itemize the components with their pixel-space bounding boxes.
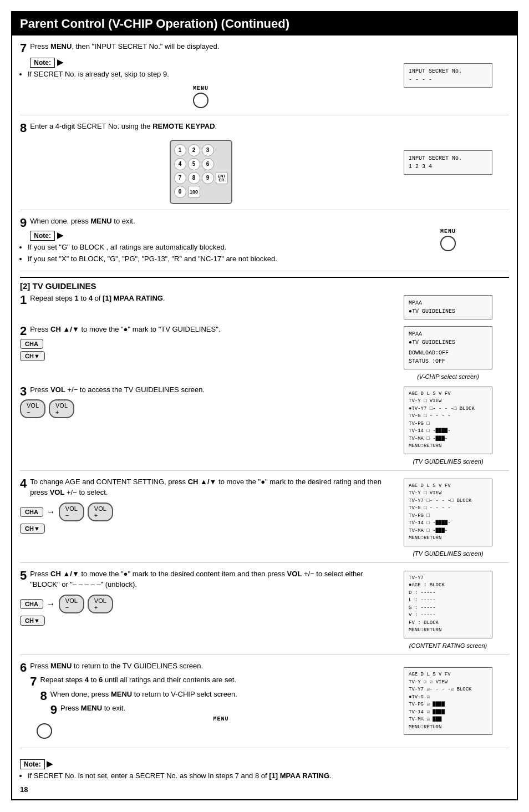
bottom-note-label: Note: [20,759,45,769]
tg-step5-vol-minus[interactable]: VOL− [59,595,84,613]
tg-steps6-9-right: AGE D L S V FV TV-Y ☑ ☑ VIEW TV-Y7 ☑- - … [387,661,509,742]
tg-step5-screen: TV-Y7 ●AGE : BLOCK D : ----- L : ----- S… [404,571,492,638]
tg-step1-bold1: 1 [74,294,78,302]
tg-step2-btns: CHA CH▼ [20,339,382,361]
s4-line2: TV-Y7 □- - - -□ BLOCK [409,498,487,505]
tg-step4-label: (TV GUIDELINES screen) [413,550,483,557]
s69-line2: TV-Y7 ☑- - - -☑ BLOCK [409,686,487,694]
step8-section: 8 Enter a 4-digit SECRET No. using the R… [20,121,509,210]
s69-line5: TV-14 ☑ ████ [409,709,487,717]
tg-step6-num: 6 [20,661,27,675]
s4-line1: TV-Y □ VIEW [409,490,487,498]
step9-bullet2: If you set "X" to BLOCK, "G", "PG", "PG-… [28,253,382,265]
step7-note: Note: ▶ [20,55,382,69]
key-0[interactable]: 0 [174,186,186,198]
step8-bold: REMOTE KEYPAD [152,122,215,130]
key-8[interactable]: 8 [188,172,200,184]
step8-text: 8 Enter a 4-digit SECRET No. using the R… [20,121,382,132]
tg-step2-right: MPAA ●TV GUIDELINES DOWNLOAD:OFF STATUS … [387,324,509,380]
tg-step1-left: 1 Repeat steps 1 to 4 of [1] MPAA RATING… [20,293,387,322]
tg-step3-num: 3 [20,384,27,399]
step8-num: 8 [20,121,27,135]
tg-step9-menu-btn[interactable] [37,723,52,739]
tg-step4-left: 4 To change AGE and CONTENT SETTING, pre… [20,476,387,557]
s69-line6: TV-MA ☑ ███ [409,716,487,724]
tg-step6-bold: MENU [50,662,72,670]
tg-step3-vol-minus[interactable]: VOL− [20,399,45,418]
tg-step4-bold2: VOL [50,488,65,496]
s3-line0: AGE D L S V FV [409,390,487,398]
s5-line1: ●AGE : BLOCK [409,582,487,590]
tg-step5-cha-row: CHA → VOL− VOL+ [20,595,382,613]
tg-step5-cha-btn[interactable]: CHA [20,599,43,609]
note-arrow-9: ▶ [57,231,63,240]
tg-step4-vol-plus[interactable]: VOL+ [88,503,113,521]
key-enter[interactable]: ENTER [216,172,228,184]
tg-step3-vol-plus[interactable]: VOL+ [49,399,74,418]
tg-step7: 7 Repeat steps 4 to 6 until all ratings … [20,674,382,686]
step7-bullets: If SECRET No. is already set, skip to st… [28,69,382,80]
tg-step1-right: MPAA ●TV GUIDELINES [387,293,509,322]
tg-step4-right: AGE D L S V FV TV-Y □ VIEW TV-Y7 □- - - … [387,476,509,557]
key-3[interactable]: 3 [202,144,214,156]
key-100[interactable]: 100 [188,186,200,198]
step9-right: MENU [387,216,509,265]
s3-line3: TV-G □ - - - - [409,413,487,420]
tg-step4-cha-btn[interactable]: CHA [20,507,43,517]
tg-step9-num: 9 [50,703,57,717]
key-2[interactable]: 2 [188,144,200,156]
tg-step5-bold1: CH ▲/▼ [50,570,79,578]
tg-step4-chv-btn[interactable]: CH▼ [20,524,45,534]
screen8-line2: 1 2 3 4 [409,163,487,171]
tg-step2-cha-btn[interactable]: CHA [20,339,43,349]
tg-step7-num: 7 [30,674,37,689]
bottom-note-arrow: ▶ [47,759,53,768]
tg-step1-bold2: 4 [89,294,93,302]
tg-step4-num: 4 [20,476,27,491]
tg-step4-btns: CHA → VOL− VOL+ CH▼ [20,503,382,534]
step7-menu-text: MENU [20,85,382,92]
step7-right: INPUT SECRET No. - - - - [387,41,509,109]
tv-guidelines-header-section: [2] TV GUIDELINES [20,281,509,291]
tg-step4-vol-minus[interactable]: VOL− [59,503,84,521]
screen7-line2: - - - - [409,75,487,84]
step9-section: 9 When done, press MENU to exit. Note: ▶… [20,216,509,271]
key-4[interactable]: 4 [174,158,186,170]
key-6[interactable]: 6 [202,158,214,170]
step8-left: 8 Enter a 4-digit SECRET No. using the R… [20,121,387,204]
step9-menu-btn[interactable] [440,236,456,251]
tg-step2-chv-row: CH▼ [20,351,382,361]
s2-line4: DOWNLOAD:OFF [409,349,487,357]
tg-step1-num: 1 [20,293,27,307]
tg-step2-btn-row: CHA [20,339,382,349]
tv-guidelines-divider [20,277,509,278]
s4-line7: MENU:RETURN [409,535,487,542]
key-7[interactable]: 7 [174,172,186,184]
key-5[interactable]: 5 [188,158,200,170]
step9-left: 9 When done, press MENU to exit. Note: ▶… [20,216,387,265]
key-9[interactable]: 9 [202,172,214,184]
step7-desc: , then "INPUT SECRET No." will be displa… [72,42,219,50]
tg-step5-vol-plus[interactable]: VOL+ [88,595,113,613]
note-label-9: Note: [30,231,55,241]
s5-line0: TV-Y7 [409,575,487,582]
keypad-row1: 1 2 3 [174,144,228,156]
tg-step2-num: 2 [20,324,27,338]
tg-step3-left: 3 Press VOL +/− to access the TV GUIDELI… [20,384,387,465]
s5-line6: FV : BLOCK [409,620,487,627]
bottom-note: Note: ▶ If SECRET No. is not set, enter … [20,754,509,782]
s4-line6: TV-MA □ -███- [409,527,487,535]
tg-step2-chv-btn[interactable]: CH▼ [20,351,45,361]
key-1[interactable]: 1 [174,144,186,156]
page-title: Parent Control (V-CHIP Operation) (Conti… [12,12,517,35]
tg-step4-chv-row: CH▼ [20,524,382,534]
step7-menu-btn[interactable] [193,93,208,108]
s69-line7: MENU:RETURN [409,724,487,732]
step7-text: 7 Press MENU, then "INPUT SECRET No." wi… [20,41,382,52]
step9-text: 9 When done, press MENU to exit. [20,216,382,227]
tg-step5-chv-btn[interactable]: CH▼ [20,616,45,626]
tg-step5-btns: CHA → VOL− VOL+ CH▼ [20,595,382,626]
s69-line4: TV-PG ☑ ████ [409,701,487,709]
s5-line2: D : ----- [409,590,487,597]
s69-line0: AGE D L S V FV [409,671,487,679]
